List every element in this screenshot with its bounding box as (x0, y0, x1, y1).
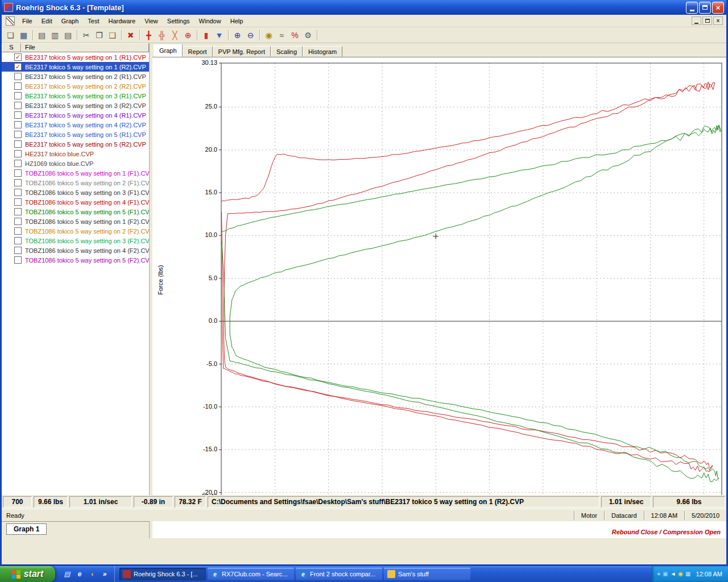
task-sams-stuff-folder[interactable]: Sam's stuff (384, 568, 470, 580)
close-button[interactable]: × (712, 2, 724, 14)
file-row[interactable]: ✓ BE2317 tokico 5 way setting on 2 (R2).… (2, 81, 149, 91)
quick-launch-chevron[interactable]: » (100, 569, 110, 579)
column-header-file[interactable]: File (21, 43, 149, 52)
tab-graph[interactable]: Graph (154, 44, 183, 57)
tab-scaling[interactable]: Scaling (271, 46, 303, 57)
tab-pvp-mfg-report[interactable]: PVP Mfg. Report (213, 46, 271, 57)
task-front-2-shock-compare[interactable]: e Front 2 shock compar... (296, 568, 382, 580)
restore-button[interactable] (699, 2, 711, 14)
menu-item[interactable]: Help (226, 16, 248, 26)
minimize-button[interactable] (686, 2, 698, 14)
menu-item[interactable]: Graph (57, 16, 84, 26)
antivirus-icon[interactable]: ◉ (678, 571, 683, 577)
menu-item[interactable]: Window (195, 16, 226, 26)
file-checkbox[interactable]: ✓ (14, 256, 22, 264)
menu-item[interactable]: Settings (163, 16, 195, 26)
mdi-close-button[interactable]: × (713, 16, 723, 25)
graph-target-icon[interactable]: ⊕ (181, 29, 195, 41)
graph-axes-icon-3[interactable]: ╳ (168, 29, 181, 41)
file-row[interactable]: ✓ TOBZ1086 tokico 5 way setting on 1 (F2… (2, 217, 149, 226)
percent-icon[interactable]: % (288, 29, 301, 41)
file-row[interactable]: ✓ TOBZ1086 tokico 5 way setting on 4 (F2… (2, 246, 149, 255)
file-checkbox[interactable]: ✓ (14, 121, 22, 128)
file-row[interactable]: ✓ TOBZ1086 tokico 5 way setting on 5 (F1… (2, 207, 149, 217)
mdi-minimize-button[interactable] (692, 16, 701, 25)
file-row[interactable]: ✓ TOBZ1086 tokico 5 way setting on 5 (F2… (2, 255, 149, 265)
file-checkbox[interactable]: ✓ (14, 247, 22, 254)
file-checkbox[interactable]: ✓ (14, 53, 22, 61)
zoom-in-icon[interactable]: ⊕ (231, 29, 244, 41)
save-icon[interactable]: ▦ (17, 29, 30, 41)
force-velocity-chart[interactable]: 30.1325.020.015.010.05.00.0-5.0-10.0-15.… (152, 57, 726, 539)
menu-item[interactable]: View (140, 16, 163, 26)
tray-chevron[interactable]: « (657, 571, 660, 577)
graph-axes-icon-1[interactable]: ╋ (142, 29, 155, 41)
file-row[interactable]: ✓ TOBZ1086 tokico 5 way setting on 2 (F2… (2, 226, 149, 236)
file-row[interactable]: ✓ BE2317 tokico 5 way setting on 1 (R2).… (2, 62, 149, 72)
task-rx7club-browser[interactable]: e RX7Club.com - Searc... (208, 568, 294, 580)
file-checkbox[interactable]: ✓ (14, 102, 22, 109)
copy-icon[interactable]: ❐ (93, 29, 106, 41)
show-desktop-icon[interactable]: ▤ (62, 569, 72, 579)
volume-icon[interactable]: ◄ (670, 571, 676, 577)
cut-icon[interactable]: ✂ (80, 29, 93, 41)
file-checkbox[interactable]: ✓ (14, 237, 22, 244)
delete-icon[interactable]: ✖ (124, 29, 137, 41)
file-row[interactable]: ✓ BE2317 tokico 5 way setting on 5 (R1).… (2, 130, 149, 139)
new-file-icon[interactable]: ❏ (4, 29, 17, 41)
menu-item[interactable]: Test (83, 16, 104, 26)
graph1-sheet-tab[interactable]: Graph 1 (6, 523, 47, 535)
network-icon[interactable]: ▦ (685, 571, 690, 577)
file-row[interactable]: ✓ BE2317 tokico 5 way setting on 3 (R2).… (2, 101, 149, 110)
file-checkbox[interactable]: ✓ (14, 160, 22, 167)
file-checkbox[interactable]: ✓ (14, 179, 22, 186)
file-checkbox[interactable]: ✓ (14, 63, 22, 70)
file-checkbox[interactable]: ✓ (14, 111, 22, 119)
menu-item[interactable]: Hardware (104, 16, 140, 26)
stats-icon[interactable]: ≈ (275, 29, 288, 41)
temperature-icon[interactable]: ▮ (200, 29, 213, 41)
internet-explorer-icon[interactable]: e (75, 569, 85, 579)
mdi-restore-button[interactable] (702, 16, 712, 25)
file-checkbox[interactable]: ✓ (14, 208, 22, 215)
file-checkbox[interactable]: ✓ (14, 92, 22, 99)
graph-axes-icon-2[interactable]: ╬ (155, 29, 168, 41)
file-row[interactable]: ✓ HZ1069 tokico blue.CVP (2, 159, 149, 168)
file-row[interactable]: ✓ BE2317 tokico 5 way setting on 1 (R1).… (2, 52, 149, 62)
search-icon[interactable]: ◉ (262, 29, 275, 41)
zoom-out-icon[interactable]: ⊖ (244, 29, 257, 41)
display-icon[interactable]: ▣ (663, 571, 668, 577)
paste-icon[interactable]: ❑ (106, 29, 119, 41)
settings-icon[interactable]: ⚙ (301, 29, 315, 41)
file-row[interactable]: ✓ TOBZ1086 tokico 5 way setting on 3 (F2… (2, 236, 149, 246)
file-checkbox[interactable]: ✓ (14, 150, 22, 157)
task-roehrig-shock[interactable]: Roehrig Shock 6.3 - [... (119, 568, 206, 580)
print-setup-icon[interactable]: ▤ (61, 29, 75, 41)
file-checkbox[interactable]: ✓ (14, 131, 22, 138)
file-checkbox[interactable]: ✓ (14, 227, 22, 235)
tab-histogram[interactable]: Histogram (303, 46, 342, 57)
file-checkbox[interactable]: ✓ (14, 189, 22, 196)
file-row[interactable]: ✓ BE2317 tokico 5 way setting on 5 (R2).… (2, 139, 149, 149)
file-row[interactable]: ✓ BE2317 tokico 5 way setting on 3 (R1).… (2, 91, 149, 101)
column-header-s[interactable]: S (2, 43, 21, 52)
tab-report[interactable]: Report (183, 46, 213, 57)
file-row[interactable]: ✓ HE2317 tokico blue.CVP (2, 149, 149, 159)
file-checkbox[interactable]: ✓ (14, 198, 22, 206)
file-checkbox[interactable]: ✓ (14, 140, 22, 148)
file-row[interactable]: ✓ TOBZ1086 tokico 5 way setting on 3 (F1… (2, 188, 149, 197)
file-row[interactable]: ✓ BE2317 tokico 5 way setting on 4 (R2).… (2, 120, 149, 130)
print-preview-icon[interactable]: ▥ (48, 29, 61, 41)
file-checkbox[interactable]: ✓ (14, 82, 22, 90)
file-row[interactable]: ✓ BE2317 tokico 5 way setting on 4 (R1).… (2, 110, 149, 120)
menu-item[interactable]: Edit (37, 16, 57, 26)
file-row[interactable]: ✓ TOBZ1086 tokico 5 way setting on 1 (F1… (2, 168, 149, 178)
start-button[interactable]: start (0, 566, 55, 582)
firefox-icon[interactable]: ◗ (87, 569, 97, 579)
file-checkbox[interactable]: ✓ (14, 169, 22, 177)
file-checkbox[interactable]: ✓ (14, 73, 22, 80)
file-row[interactable]: ✓ TOBZ1086 tokico 5 way setting on 4 (F1… (2, 197, 149, 207)
menu-item[interactable]: File (18, 16, 37, 26)
print-icon[interactable]: ▤ (35, 29, 48, 41)
file-checkbox[interactable]: ✓ (14, 218, 22, 225)
